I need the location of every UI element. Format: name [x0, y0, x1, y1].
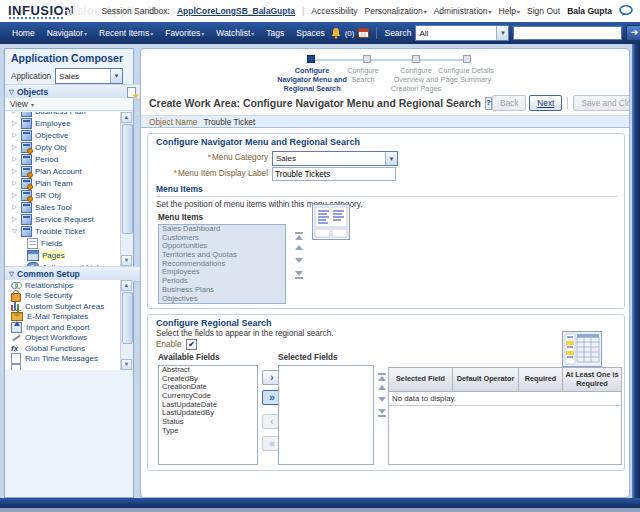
move-down-button[interactable]: [377, 397, 387, 402]
administration-menu[interactable]: Administration▾: [434, 6, 492, 16]
expand-icon[interactable]: ▷: [11, 143, 18, 151]
move-to-top-button[interactable]: [377, 373, 387, 381]
save-and-close-button[interactable]: Save and Close: [573, 95, 630, 111]
column-header[interactable]: Default Operator: [453, 368, 519, 392]
back-button[interactable]: Back: [492, 95, 526, 111]
tree-item-pages[interactable]: Pages: [5, 249, 133, 261]
accessibility-link[interactable]: Accessibility: [311, 6, 357, 16]
expand-icon[interactable]: ▷: [11, 191, 18, 199]
notifications-bell-icon[interactable]: [331, 28, 341, 39]
tree-scrollbar[interactable]: ▲ ▼: [120, 112, 133, 266]
new-object-icon[interactable]: [126, 87, 137, 98]
common-item-global-functions[interactable]: fxGlobal Functions: [5, 343, 133, 354]
common-item-role-security[interactable]: Role Security: [5, 291, 133, 302]
search-go-button[interactable]: ➜: [626, 25, 640, 41]
menu-category-select[interactable]: Sales ▼: [272, 151, 398, 166]
train-step-3[interactable]: [412, 55, 420, 63]
import-icon: [11, 322, 22, 333]
common-setup-scrollbar[interactable]: ▲ ▼: [120, 280, 133, 370]
move-to-top-button[interactable]: [294, 232, 304, 240]
available-fields-listbox[interactable]: Abstract CreatedBy CreationDate Currency…: [158, 365, 258, 465]
tree-item-plan-account[interactable]: ▷Plan Account: [5, 165, 133, 177]
conversation-icon[interactable]: [619, 5, 634, 17]
tree-item-objective[interactable]: ▷Objective: [5, 129, 133, 141]
chevron-down-icon: ▾: [424, 9, 427, 15]
scroll-up-arrow[interactable]: ▲: [121, 112, 132, 123]
application-select[interactable]: Sales ▼: [55, 68, 123, 84]
tree-item-opty-obj[interactable]: ▷Opty Obj: [5, 141, 133, 153]
column-header[interactable]: At Least One is Required: [563, 368, 621, 392]
list-item[interactable]: Type: [159, 427, 257, 436]
move-up-button[interactable]: [377, 385, 387, 390]
move-to-bottom-button[interactable]: [377, 409, 387, 417]
tree-item-employee[interactable]: ▷Employee: [5, 117, 133, 129]
common-item-partial[interactable]: [5, 364, 133, 370]
move-to-bottom-button[interactable]: [294, 271, 304, 279]
expand-icon[interactable]: ▷: [11, 131, 18, 139]
tree-item-sales-tool[interactable]: ▷Sales Tool: [5, 201, 133, 213]
session-sandbox-link[interactable]: ApplCoreLongSB_BalaGupta: [177, 6, 295, 16]
scroll-thumb[interactable]: [122, 124, 133, 234]
move-down-button[interactable]: [294, 258, 304, 263]
train-step-1[interactable]: [307, 55, 315, 63]
section-title: Configure Regional Search: [156, 318, 272, 328]
nav-favorites[interactable]: Favorites▾: [159, 28, 210, 38]
train-connector: [311, 59, 469, 61]
search-scope-select[interactable]: All ▼: [415, 25, 509, 41]
common-item-custom-subject-areas[interactable]: Custom Subject Areas: [5, 301, 133, 312]
view-menu-button[interactable]: View ▾: [10, 100, 34, 109]
common-item-email-templates[interactable]: E-Mail Templates: [5, 312, 133, 323]
expand-icon[interactable]: ▷: [11, 179, 18, 187]
nav-home[interactable]: Home: [6, 28, 41, 38]
scroll-thumb[interactable]: [122, 292, 133, 344]
common-item-import-export[interactable]: Import and Export: [5, 322, 133, 333]
nav-spaces[interactable]: Spaces: [290, 28, 330, 38]
tree-item-service-request[interactable]: ▷Service Request: [5, 213, 133, 225]
train-step-4[interactable]: [463, 55, 471, 63]
enable-checkbox[interactable]: ✔: [186, 339, 197, 350]
expand-icon[interactable]: ▷: [11, 167, 18, 175]
tree-item-plan-team[interactable]: ▷Plan Team: [5, 177, 133, 189]
common-item-run-time-messages[interactable]: Run Time Messages: [5, 354, 133, 365]
nav-navigator[interactable]: Navigator▾: [41, 28, 93, 38]
nav-watchlist[interactable]: Watchlist▾: [210, 28, 260, 38]
move-up-button[interactable]: [294, 245, 304, 250]
help-menu[interactable]: Help▾: [499, 6, 521, 16]
expand-icon[interactable]: ▷: [11, 155, 18, 163]
navbar-tools: (0) Search All ▼ ➜: [331, 25, 640, 41]
nav-recent-items[interactable]: Recent Items▾: [93, 28, 159, 38]
help-icon[interactable]: ?: [485, 97, 492, 110]
scroll-down-arrow[interactable]: ▼: [121, 359, 132, 370]
expand-icon[interactable]: ▷: [11, 119, 18, 127]
next-button[interactable]: Next: [529, 95, 562, 111]
common-item-object-workflows[interactable]: Object Workflows: [5, 333, 133, 344]
tree-item-trouble-ticket[interactable]: ▽Trouble Ticket: [5, 225, 133, 237]
nav-tags[interactable]: Tags: [260, 28, 290, 38]
selected-fields-listbox[interactable]: [278, 365, 374, 465]
menu-items-listbox[interactable]: Sales Dashboard Customers Opportunities …: [158, 224, 286, 304]
tree-item-sr-obj[interactable]: ▷SR Obj: [5, 189, 133, 201]
menu-items-subheader: Menu Items: [156, 184, 203, 194]
scroll-up-arrow[interactable]: ▲: [121, 280, 132, 291]
menu-item-display-label-input[interactable]: [272, 167, 396, 181]
calendar-icon[interactable]: [358, 28, 369, 38]
list-item[interactable]: Service Requests: [159, 303, 285, 304]
train-step-2[interactable]: [363, 55, 371, 63]
expand-icon[interactable]: ▷: [11, 215, 18, 223]
navbar-menus: Home Navigator▾ Recent Items▾ Favorites▾…: [6, 28, 331, 38]
expand-icon[interactable]: ▷: [11, 203, 18, 211]
tree-item-fields[interactable]: Fields: [5, 237, 133, 249]
search-input[interactable]: [513, 26, 622, 40]
column-header[interactable]: Required: [519, 368, 563, 392]
common-item-relationships[interactable]: Relationships: [5, 280, 133, 291]
personalization-menu[interactable]: Personalization▾: [365, 6, 427, 16]
sign-out-link[interactable]: Sign Out: [527, 6, 560, 16]
tree-toolbar: View ▾: [5, 98, 133, 111]
column-header[interactable]: Selected Field: [389, 368, 453, 392]
page-title: Create Work Area: Configure Navigator Me…: [149, 97, 481, 109]
pages-icon: [27, 250, 39, 261]
scroll-down-arrow[interactable]: ▼: [121, 255, 132, 266]
collapse-icon[interactable]: ▽: [11, 227, 18, 235]
tree-item-period[interactable]: ▷Period: [5, 153, 133, 165]
expand-icon[interactable]: ▷: [11, 112, 18, 115]
